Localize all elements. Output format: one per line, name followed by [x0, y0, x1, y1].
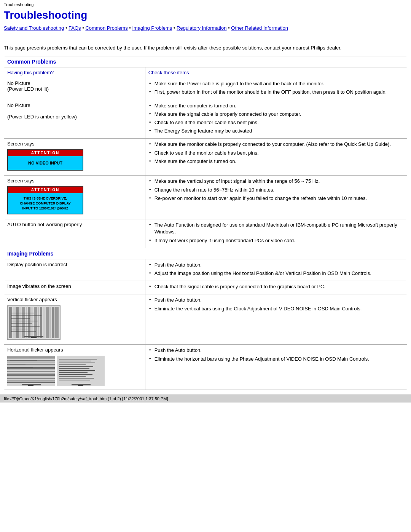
problems-table: Common Problems Having this problem? Che… — [4, 56, 407, 390]
breadcrumb: Safety and Troubleshooting • FAQs • Comm… — [0, 24, 411, 35]
svg-rect-36 — [7, 371, 55, 372]
main-content: Common Problems Having this problem? Che… — [4, 56, 407, 390]
check-list: Make sure the vertical sync of input sig… — [148, 178, 404, 202]
svg-rect-26 — [31, 337, 37, 338]
svg-rect-3 — [16, 307, 19, 338]
divider — [4, 38, 407, 38]
svg-rect-44 — [10, 360, 37, 361]
svg-rect-48 — [28, 385, 33, 386]
check-list: Push the Auto button. Eliminate the hori… — [148, 347, 404, 362]
col-header-check: Check these items — [145, 67, 407, 78]
table-row: AUTO button not working properly The Aut… — [4, 219, 407, 248]
svg-rect-57 — [59, 372, 88, 373]
list-item: Push the Auto button. — [148, 262, 404, 268]
check-cell: Push the Auto button. Eliminate the vert… — [145, 294, 407, 345]
flicker-svg — [9, 307, 59, 338]
problem-text: Screen says — [7, 178, 35, 184]
svg-rect-7 — [28, 307, 30, 338]
attention-header-2: ATTENTION — [8, 187, 83, 193]
attention-body: NO VIDEO INPUT — [8, 156, 83, 170]
svg-rect-8 — [31, 307, 33, 338]
page-title: Troubleshooting — [0, 8, 411, 24]
svg-rect-39 — [7, 377, 55, 377]
list-item: The Energy Saving feature may be activat… — [148, 128, 404, 134]
intro-text: This page presents problems that can be … — [0, 42, 411, 56]
problem-cell: Horizontal flicker appears — [4, 345, 145, 390]
svg-rect-22 — [11, 326, 40, 327]
list-item: Make sure the computer is turned on. — [148, 158, 404, 165]
col-header-problem: Having this problem? — [4, 67, 145, 78]
list-item: Make sure the computer is turned on. — [148, 102, 404, 109]
problem-cell: Vertical flicker appears — [4, 294, 145, 345]
imaging-problems-label: Imaging Problems — [7, 251, 53, 257]
breadcrumb-link-common[interactable]: Common Problems — [85, 25, 127, 31]
svg-rect-9 — [34, 307, 37, 338]
list-item: Change the refresh rate to 56~75Hz withi… — [148, 187, 404, 193]
breadcrumb-link-regulatory[interactable]: Regulatory Information — [177, 25, 227, 31]
check-list: Make sure the computer is turned on. Mak… — [148, 102, 404, 135]
problem-text: AUTO button not working properly — [7, 222, 82, 227]
svg-rect-50 — [59, 359, 97, 359]
svg-rect-5 — [22, 307, 25, 338]
title-bar: Troubleshooting — [0, 0, 411, 8]
breadcrumb-link-other[interactable]: Other Related Information — [231, 25, 288, 31]
table-row: No Picture(Power LED not lit) Make sure … — [4, 78, 407, 100]
h-flicker-svg-2 — [57, 356, 105, 386]
breadcrumb-link-faqs[interactable]: FAQs — [68, 25, 81, 31]
svg-rect-52 — [59, 363, 95, 363]
svg-rect-24 — [11, 331, 36, 332]
list-item: Eliminate the horizontal bars using the … — [148, 356, 404, 363]
common-problems-label: Common Problems — [7, 59, 56, 65]
svg-rect-59 — [59, 376, 86, 377]
svg-rect-54 — [59, 366, 93, 367]
check-list: The Auto Function is designed for use on… — [148, 222, 404, 244]
check-list: Push the Auto button. Adjust the image p… — [148, 262, 404, 277]
column-headers-row: Having this problem? Check these items — [4, 67, 407, 78]
status-bar: file:///D|/Grace/K1/english/170b2m/safet… — [0, 395, 411, 403]
list-item: Adjust the image position using the Hori… — [148, 270, 404, 277]
svg-rect-58 — [59, 374, 92, 375]
check-list: Make sure the monitor cable is properly … — [148, 141, 404, 165]
list-item: Make sure the Power cable is plugged to … — [148, 80, 404, 87]
check-cell: Make sure the monitor cable is properly … — [145, 139, 407, 176]
list-item: First, power button in front of the moni… — [148, 89, 404, 96]
problem-cell: No Picture(Power LED not lit) — [4, 78, 145, 100]
svg-rect-2 — [13, 307, 15, 338]
problem-text: Image vibrates on the screen — [7, 283, 71, 289]
list-item: Make sure the vertical sync of input sig… — [148, 178, 404, 185]
breadcrumb-link-safety[interactable]: Safety and Troubleshooting — [4, 25, 64, 31]
check-cell: Check that the signal cable is properly … — [145, 281, 407, 294]
attention-box-2: ATTENTION THIS IS 85HZ OVERDRIVE,CHANGE … — [7, 186, 83, 214]
window-title: Troubleshooting — [4, 2, 33, 7]
check-cell: Push the Auto button. Eliminate the hori… — [145, 345, 407, 390]
list-item: Check to see if the monitor cable has be… — [148, 119, 404, 126]
h-flicker-image-2 — [57, 356, 105, 387]
check-cell: Make sure the computer is turned on. Mak… — [145, 100, 407, 139]
svg-rect-60 — [59, 378, 94, 379]
svg-rect-51 — [59, 361, 91, 361]
svg-rect-12 — [43, 307, 45, 338]
problem-text: Display position is incorrect — [7, 262, 67, 267]
imaging-problems-header-row: Imaging Problems — [4, 248, 407, 259]
check-cell: The Auto Function is designed for use on… — [145, 219, 407, 248]
list-item: Make sure the monitor cable is properly … — [148, 141, 404, 148]
problem-text: Screen says — [7, 141, 35, 147]
svg-rect-19 — [11, 318, 30, 319]
problem-text: No Picture(Power LED is amber or yellow) — [7, 102, 77, 120]
vertical-flicker-image — [7, 305, 142, 340]
list-item: The Auto Function is designed for use on… — [148, 222, 404, 235]
imaging-problems-header: Imaging Problems — [4, 248, 407, 259]
svg-rect-46 — [10, 367, 33, 368]
breadcrumb-link-imaging[interactable]: Imaging Problems — [132, 25, 172, 31]
svg-rect-18 — [11, 315, 41, 316]
check-list: Push the Auto button. Eliminate the vert… — [148, 297, 404, 312]
problem-text: Horizontal flicker appears — [7, 347, 63, 353]
table-row: Horizontal flicker appears — [4, 345, 407, 390]
svg-rect-17 — [11, 313, 34, 313]
svg-rect-4 — [19, 307, 21, 338]
svg-rect-53 — [59, 364, 86, 365]
problem-cell: Image vibrates on the screen — [4, 281, 145, 294]
check-list: Make sure the Power cable is plugged to … — [148, 80, 404, 96]
svg-rect-6 — [26, 307, 27, 338]
svg-rect-15 — [52, 307, 54, 338]
